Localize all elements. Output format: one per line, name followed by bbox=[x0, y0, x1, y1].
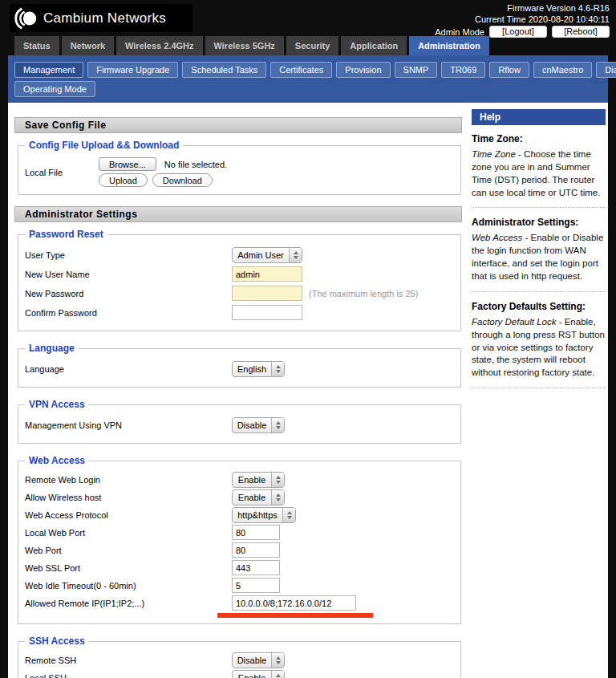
management-using-vpn-label: Management Using VPN bbox=[25, 420, 232, 430]
subtab-scheduled-tasks[interactable]: Scheduled Tasks bbox=[182, 62, 266, 78]
remote-web-login-stepper-icon bbox=[271, 473, 284, 487]
allowed-remote-ip-label: Allowed Remote IP(IP1;IP2;...) bbox=[25, 599, 232, 608]
fieldset-ssh-access-legend: SSH Access bbox=[25, 635, 89, 647]
section-header-admin-settings: Administrator Settings bbox=[14, 206, 462, 222]
field-row-new-password: New Password(The maximum length is 25) bbox=[18, 285, 460, 302]
fieldset-password-reset: Password ResetUser TypeAdmin UserNew Use… bbox=[18, 229, 461, 331]
help-divider bbox=[472, 207, 606, 208]
subtab-provision[interactable]: Provision bbox=[336, 62, 390, 78]
management-using-vpn-select[interactable]: Disable bbox=[232, 417, 285, 433]
web-access-protocol-selected-value: http&https bbox=[233, 508, 282, 522]
subtab-management[interactable]: Management bbox=[14, 62, 83, 78]
web-access-protocol-select[interactable]: http&https bbox=[232, 507, 296, 523]
fieldset-vpn-access: VPN AccessManagement Using VPNDisable bbox=[18, 399, 461, 444]
tab-administration[interactable]: Administration bbox=[409, 36, 489, 55]
local-ssh-selected-value: Enable bbox=[233, 671, 271, 678]
logout-button[interactable]: [Logout] bbox=[489, 26, 547, 38]
tab-network[interactable]: Network bbox=[62, 36, 114, 55]
no-file-selected-text: No file selected. bbox=[164, 160, 227, 169]
web-port-input[interactable] bbox=[232, 542, 280, 558]
reboot-button[interactable]: [Reboot] bbox=[552, 26, 610, 38]
help-entry-time-zone: Time Zone:Time Zone - Choose the time zo… bbox=[472, 133, 606, 199]
web-port-label: Web Port bbox=[25, 546, 232, 555]
main-tab-bar: StatusNetworkWireless 2.4GHzWireless 5GH… bbox=[8, 36, 608, 55]
web-idle-timeout-input[interactable] bbox=[232, 578, 280, 593]
allow-wireless-host-stepper-icon bbox=[271, 490, 284, 505]
field-row-web-idle-timeout: Web Idle Timeout(0 - 60min) bbox=[18, 577, 460, 594]
tab-security[interactable]: Security bbox=[286, 36, 338, 55]
confirm-password-label: Confirm Password bbox=[25, 308, 232, 318]
help-entry-administrator-settings-heading: Administrator Settings: bbox=[472, 217, 606, 228]
field-row-local-web-port: Local Web Port bbox=[18, 524, 460, 541]
help-entry-factory-defaults-setting-term: Factory Default Lock bbox=[472, 317, 556, 327]
tab-wireless-2-4ghz[interactable]: Wireless 2.4GHz bbox=[116, 36, 203, 55]
web-ssl-port-label: Web SSL Port bbox=[25, 563, 232, 573]
sub-nav-row-2: Operating Mode bbox=[11, 81, 605, 97]
tab-application[interactable]: Application bbox=[341, 36, 407, 55]
web-ssl-port-input[interactable] bbox=[232, 560, 280, 575]
fieldset-web-access: Web AccessRemote Web LoginEnableAllow Wi… bbox=[18, 455, 461, 624]
new-password-input[interactable] bbox=[232, 286, 302, 301]
upload-button[interactable]: Upload bbox=[99, 173, 148, 187]
user-type-selected-value: Admin User bbox=[233, 248, 289, 262]
remote-ssh-select[interactable]: Disable bbox=[232, 652, 285, 668]
user-type-select[interactable]: Admin User bbox=[232, 247, 302, 263]
subtab-diagnosis[interactable]: Diagnosis bbox=[596, 62, 616, 78]
top-info: Firmware Version 4.6-R16 Current Time 20… bbox=[435, 2, 610, 38]
subtab-snmp[interactable]: SNMP bbox=[395, 62, 438, 78]
fieldset-ssh-access: SSH AccessRemote SSHDisableLocal SSHEnab… bbox=[18, 635, 461, 678]
help-entry-time-zone-text: Time Zone - Choose the time zone you are… bbox=[472, 148, 606, 199]
sub-nav: ManagementFirmware UpgradeScheduled Task… bbox=[8, 55, 608, 103]
help-header: Help bbox=[472, 109, 606, 125]
allow-wireless-host-select[interactable]: Enable bbox=[232, 489, 285, 505]
logo-text: Cambium Networks bbox=[43, 10, 166, 26]
field-row-user-type: User TypeAdmin User bbox=[18, 246, 460, 263]
subtab-firmware-upgrade[interactable]: Firmware Upgrade bbox=[87, 62, 178, 78]
user-type-stepper-icon bbox=[289, 248, 302, 262]
language-select[interactable]: English bbox=[232, 361, 285, 377]
local-ssh-label: Local SSH bbox=[25, 673, 232, 678]
fieldset-language: LanguageLanguageEnglish bbox=[18, 343, 461, 388]
download-button[interactable]: Download bbox=[152, 173, 213, 187]
language-stepper-icon bbox=[271, 362, 284, 376]
fieldset-vpn-access-legend: VPN Access bbox=[25, 399, 89, 410]
subtab-tr069[interactable]: TR069 bbox=[441, 62, 485, 78]
file-controls: Browse... No file selected. Upload Downl… bbox=[99, 157, 227, 187]
local-ssh-stepper-icon bbox=[271, 671, 284, 678]
subtab-cnmaestro[interactable]: cnMaestro bbox=[533, 62, 592, 78]
local-web-port-input[interactable] bbox=[232, 525, 280, 540]
browse-button[interactable]: Browse... bbox=[99, 157, 156, 171]
subtab-operating-mode[interactable]: Operating Mode bbox=[14, 81, 95, 97]
help-entry-factory-defaults-setting: Factory Defaults Setting:Factory Default… bbox=[472, 301, 606, 380]
local-file-label: Local File bbox=[25, 168, 99, 177]
field-row-remote-web-login: Remote Web LoginEnable bbox=[18, 471, 460, 488]
remote-web-login-label: Remote Web Login bbox=[25, 475, 232, 485]
allowed-remote-ip-input[interactable] bbox=[232, 595, 356, 611]
subtab-rflow[interactable]: Rflow bbox=[489, 62, 529, 78]
help-divider bbox=[472, 388, 606, 388]
allow-wireless-host-selected-value: Enable bbox=[233, 490, 271, 505]
tab-wireless-5ghz[interactable]: Wireless 5GHz bbox=[205, 36, 284, 55]
field-row-new-user-name: New User Name bbox=[18, 266, 460, 282]
section-header-save-config: Save Config File bbox=[14, 117, 462, 133]
field-row-language: LanguageEnglish bbox=[18, 360, 460, 377]
subtab-certificates[interactable]: Certificates bbox=[270, 62, 332, 78]
admin-mode-label: Admin Mode bbox=[435, 26, 484, 38]
cambium-logo: Cambium Networks bbox=[10, 4, 192, 32]
annotation-red-underline bbox=[217, 613, 373, 618]
field-row-local-ssh: Local SSHEnable bbox=[18, 669, 460, 678]
field-row-web-ssl-port: Web SSL Port bbox=[18, 559, 460, 576]
field-row-confirm-password: Confirm Password bbox=[18, 304, 460, 321]
cambium-logo-icon bbox=[14, 6, 39, 31]
remote-web-login-select[interactable]: Enable bbox=[232, 472, 285, 488]
management-using-vpn-selected-value: Disable bbox=[233, 418, 271, 432]
field-row-management-using-vpn: Management Using VPNDisable bbox=[18, 416, 460, 433]
local-web-port-label: Local Web Port bbox=[25, 528, 232, 538]
user-type-label: User Type bbox=[25, 250, 232, 260]
field-row-web-port: Web Port bbox=[18, 542, 460, 558]
confirm-password-input[interactable] bbox=[232, 305, 302, 320]
tab-status[interactable]: Status bbox=[14, 36, 59, 55]
help-entry-factory-defaults-setting-text: Factory Default Lock - Enable, through a… bbox=[472, 316, 606, 380]
local-ssh-select[interactable]: Enable bbox=[232, 670, 285, 678]
new-user-name-input[interactable] bbox=[232, 266, 302, 282]
